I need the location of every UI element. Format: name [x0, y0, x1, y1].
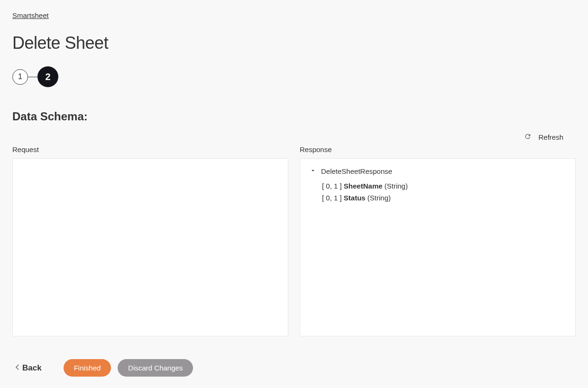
response-field-status[interactable]: [ 0, 1 ] Status (String): [322, 192, 566, 204]
response-field-sheetname[interactable]: [ 0, 1 ] SheetName (String): [322, 180, 566, 192]
field-name: SheetName: [344, 182, 383, 190]
footer-actions: Back Finished Discard Changes: [12, 359, 576, 377]
back-button[interactable]: Back: [12, 363, 42, 373]
response-panel: DeleteSheetResponse [ 0, 1 ] SheetName (…: [300, 158, 576, 336]
field-cardinality: [ 0, 1 ]: [322, 182, 344, 190]
step-connector: [28, 77, 37, 77]
stepper: 1 2: [12, 66, 576, 87]
section-heading-data-schema: Data Schema:: [12, 110, 576, 123]
response-root-name: DeleteSheetResponse: [321, 167, 392, 175]
back-label: Back: [22, 363, 42, 373]
refresh-button[interactable]: Refresh: [524, 133, 563, 142]
breadcrumb-link-smartsheet[interactable]: Smartsheet: [12, 11, 49, 19]
discard-changes-button[interactable]: Discard Changes: [118, 359, 193, 377]
field-type: (String): [366, 194, 391, 202]
response-panel-label: Response: [300, 145, 576, 153]
chevron-left-icon: [15, 363, 19, 373]
page-title: Delete Sheet: [12, 33, 576, 53]
field-type: (String): [383, 182, 408, 190]
finished-button[interactable]: Finished: [64, 359, 111, 377]
request-panel-label: Request: [12, 145, 288, 153]
step-1[interactable]: 1: [12, 69, 28, 85]
field-cardinality: [ 0, 1 ]: [322, 194, 344, 202]
refresh-icon: [524, 133, 532, 142]
step-2[interactable]: 2: [37, 66, 58, 87]
request-panel: [12, 158, 288, 336]
response-tree-root[interactable]: DeleteSheetResponse: [310, 167, 566, 175]
chevron-down-icon: [310, 167, 316, 175]
refresh-label: Refresh: [538, 133, 563, 141]
field-name: Status: [344, 194, 366, 202]
